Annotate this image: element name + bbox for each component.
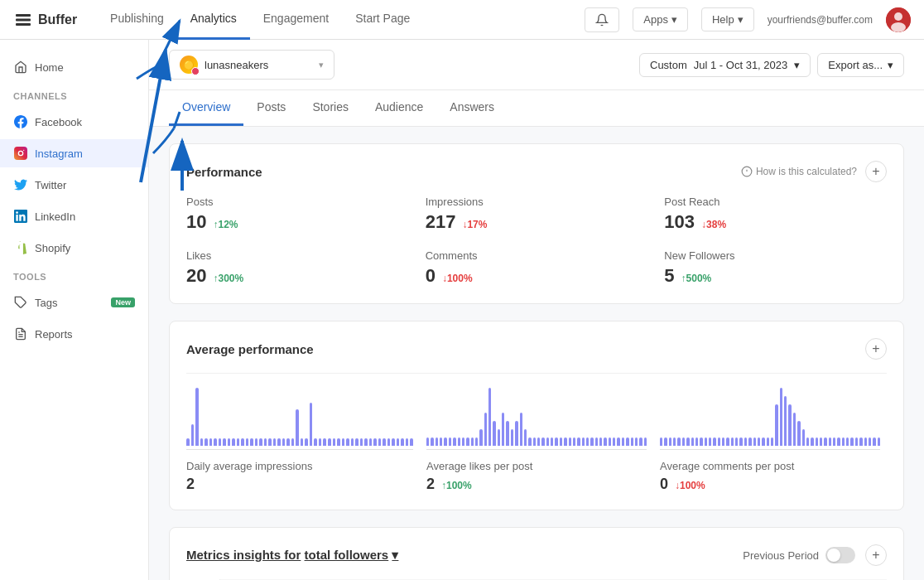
- account-name: lunasneakers: [205, 59, 268, 71]
- apps-button[interactable]: Apps ▾: [633, 7, 688, 31]
- tab-stories[interactable]: Stories: [299, 90, 362, 126]
- sidebar-item-reports[interactable]: Reports: [0, 320, 148, 348]
- avatar-icon: [886, 7, 911, 32]
- topbar: Buffer Publishing Analytics Engagement S…: [0, 0, 924, 40]
- logo[interactable]: Buffer: [13, 10, 77, 30]
- performance-grid: Posts 10 ↑12% Impressions 217 ↓17%: [186, 196, 887, 287]
- export-button[interactable]: Export as... ▾: [817, 53, 904, 77]
- account-bar: 🟡 lunasneakers ▾ Custom Jul 1 - Oct 31, …: [149, 40, 924, 90]
- avg-comments-chart: [660, 384, 880, 450]
- svg-point-4: [894, 12, 902, 21]
- date-selector[interactable]: Custom Jul 1 - Oct 31, 2023 ▾: [639, 53, 811, 77]
- date-export-group: Custom Jul 1 - Oct 31, 2023 ▾ Export as.…: [639, 53, 904, 77]
- topbar-right: Apps ▾ Help ▾ yourfriends@buffer.com: [585, 7, 911, 32]
- svg-rect-0: [16, 14, 31, 17]
- avg-performance-add-button[interactable]: +: [865, 338, 887, 360]
- avg-performance-card-header: Average performance +: [186, 338, 887, 360]
- sidebar-item-home[interactable]: Home: [0, 53, 148, 81]
- tab-posts[interactable]: Posts: [243, 90, 299, 126]
- performance-card-header: Performance How is this calculated? +: [186, 161, 887, 182]
- avg-grid: Daily average impressions 2 Average like…: [186, 373, 887, 493]
- date-chevron-icon: ▾: [794, 59, 800, 71]
- tag-icon: [13, 295, 28, 310]
- sidebar-item-tags[interactable]: Tags New: [0, 288, 148, 317]
- tabs-bar: Overview Posts Stories Audience Answers: [149, 90, 924, 127]
- performance-title: Performance: [186, 165, 262, 179]
- avg-performance-title: Average performance: [186, 342, 314, 356]
- tools-section-label: Tools: [0, 265, 148, 285]
- metrics-insights-header: Metrics insights for total followers ▾ P…: [186, 544, 887, 566]
- perf-new-followers: New Followers 5 ↑500%: [664, 249, 887, 287]
- performance-card: Performance How is this calculated? + Po…: [169, 143, 904, 304]
- svg-point-8: [23, 150, 24, 151]
- avg-likes-chart: [426, 384, 647, 450]
- instagram-icon: [13, 146, 28, 161]
- content-area: Performance How is this calculated? + Po…: [149, 127, 924, 580]
- notification-icon: [595, 13, 609, 27]
- performance-header-right: How is this calculated? +: [741, 161, 887, 182]
- metrics-insights-title: Metrics insights for total followers ▾: [186, 548, 398, 563]
- twitter-icon: [13, 177, 28, 192]
- sidebar-item-twitter[interactable]: Twitter: [0, 171, 148, 199]
- info-icon: [741, 166, 753, 177]
- svg-rect-6: [14, 147, 27, 160]
- metrics-right: Previous Period +: [743, 544, 887, 566]
- nav-analytics[interactable]: Analytics: [177, 0, 250, 40]
- shopify-icon: [13, 240, 28, 255]
- avg-likes: Average likes per post 2 ↑100%: [420, 384, 653, 493]
- sidebar: Home Channels Facebook Instagram Twitter: [0, 40, 149, 580]
- linkedin-icon: [13, 209, 28, 224]
- avg-performance-card: Average performance + Daily average impr…: [169, 321, 904, 510]
- main-content: 🟡 lunasneakers ▾ Custom Jul 1 - Oct 31, …: [149, 40, 924, 580]
- performance-add-button[interactable]: +: [865, 161, 887, 182]
- facebook-icon: [13, 114, 28, 129]
- avg-comments: Average comments per post 0 ↓100%: [653, 384, 887, 493]
- account-selector[interactable]: 🟡 lunasneakers ▾: [169, 50, 334, 80]
- svg-point-5: [891, 22, 906, 32]
- account-avatar-badge: [191, 67, 200, 75]
- perf-likes: Likes 20 ↑300%: [186, 249, 409, 287]
- perf-post-reach: Post Reach 103 ↓38%: [664, 196, 887, 233]
- channels-section-label: Channels: [0, 85, 148, 104]
- buffer-logo-icon: [13, 10, 33, 30]
- sidebar-item-instagram[interactable]: Instagram: [0, 139, 148, 167]
- svg-rect-2: [16, 23, 31, 26]
- nav-publishing[interactable]: Publishing: [97, 0, 177, 40]
- avg-impressions-chart: [186, 384, 413, 450]
- home-icon: [13, 60, 28, 75]
- nav-start-page[interactable]: Start Page: [342, 0, 423, 40]
- export-chevron-icon: ▾: [888, 59, 893, 71]
- metrics-insights-card: Metrics insights for total followers ▾ P…: [169, 527, 904, 580]
- tab-overview[interactable]: Overview: [169, 90, 243, 126]
- date-range: Jul 1 - Oct 31, 2023: [694, 59, 787, 71]
- report-icon: [13, 326, 28, 341]
- help-button[interactable]: Help ▾: [701, 7, 754, 31]
- svg-rect-1: [16, 18, 31, 21]
- user-email: yourfriends@buffer.com: [768, 14, 873, 26]
- metric-dropdown-arrow[interactable]: ▾: [392, 548, 398, 562]
- metrics-add-button[interactable]: +: [865, 544, 887, 566]
- avatar[interactable]: [886, 7, 911, 32]
- topbar-nav: Publishing Analytics Engagement Start Pa…: [97, 0, 585, 40]
- previous-period-toggle[interactable]: [825, 547, 855, 563]
- notification-button[interactable]: [585, 7, 619, 32]
- date-preset: Custom: [650, 59, 687, 71]
- how-calculated[interactable]: How is this calculated?: [741, 166, 857, 177]
- nav-engagement[interactable]: Engagement: [250, 0, 342, 40]
- account-avatar: 🟡: [180, 56, 198, 74]
- metric-name-dropdown[interactable]: total followers: [305, 548, 389, 562]
- previous-period: Previous Period: [743, 547, 855, 563]
- tab-answers[interactable]: Answers: [436, 90, 508, 126]
- sidebar-item-shopify[interactable]: Shopify: [0, 234, 148, 262]
- perf-posts: Posts 10 ↑12%: [186, 196, 409, 233]
- tab-audience[interactable]: Audience: [362, 90, 436, 126]
- account-chevron-icon: ▾: [319, 60, 324, 70]
- perf-impressions: Impressions 217 ↓17%: [426, 196, 648, 233]
- new-badge: New: [111, 297, 135, 307]
- toggle-thumb: [827, 549, 840, 562]
- sidebar-item-linkedin[interactable]: LinkedIn: [0, 202, 148, 230]
- avg-impressions: Daily average impressions 2: [186, 384, 420, 493]
- perf-comments: Comments 0 ↓100%: [426, 249, 648, 287]
- layout: Home Channels Facebook Instagram Twitter: [0, 40, 924, 580]
- sidebar-item-facebook[interactable]: Facebook: [0, 108, 148, 136]
